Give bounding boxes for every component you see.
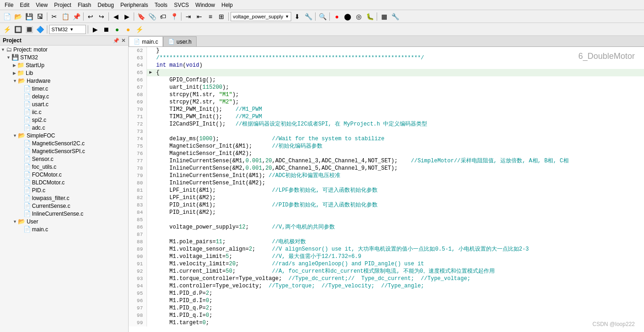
tree-spi2[interactable]: 📄 spi2.c [0, 116, 128, 124]
tree-bldcmotor[interactable]: 📄 BLDCMotor.c [0, 178, 128, 186]
bookmark3-btn[interactable]: 🏷 [158, 11, 168, 22]
sep4 [134, 12, 134, 21]
tree-hardware[interactable]: ▼ 📂 Hardware [0, 77, 128, 85]
expand-arrow-icon[interactable]: ▼ [13, 219, 17, 224]
open-btn[interactable]: 📂 [13, 11, 23, 22]
tree-inlinecurrentsense[interactable]: 📄 InlineCurrentSense.c [0, 210, 128, 218]
paste-btn[interactable]: 📌 [71, 11, 81, 22]
tree-delay[interactable]: 📄 delay.c [0, 92, 128, 100]
code-area: 📄 main.c 📄 user.h 6_DoubleMotor 62 } [129, 36, 644, 332]
save-all-btn[interactable]: 🖫 [35, 11, 45, 22]
menu-flash[interactable]: Flash [75, 1, 94, 9]
debug-step-btn[interactable]: ⚡ [2, 24, 12, 34]
menu-project[interactable]: Project [51, 1, 74, 9]
tree-focmotor[interactable]: 📄 FOCMotor.c [0, 171, 128, 178]
tree-foc-utils[interactable]: 📄 foc_utils.c [0, 163, 128, 171]
menu-svcs[interactable]: SVCS [171, 1, 192, 9]
tab-userh[interactable]: 📄 user.h [163, 36, 197, 46]
tree-main[interactable]: 📄 main.c [0, 225, 128, 233]
bookmark2-btn[interactable]: 📎 [147, 11, 157, 22]
menu-file[interactable]: File [2, 1, 16, 9]
menu-edit[interactable]: Edit [17, 1, 32, 9]
tree-sensor[interactable]: 📄 Sensor.c [0, 155, 128, 163]
menu-peripherals[interactable]: Peripherals [118, 1, 151, 9]
sidebar-pin-icon[interactable]: 📌 [113, 38, 119, 44]
break-btn[interactable]: ◎ [354, 11, 364, 22]
expand-arrow-icon[interactable]: ▶ [13, 71, 16, 75]
record-btn[interactable]: ● [332, 11, 342, 22]
chip-target-dropdown[interactable]: STM32 ▼ [49, 25, 86, 34]
debug2-btn[interactable]: 🐛 [365, 11, 375, 22]
tree-startup[interactable]: ▶ 📁 StartUp [0, 61, 128, 69]
orange-btn[interactable]: ● [123, 24, 133, 34]
menu-window[interactable]: Window [192, 1, 218, 9]
menu-view[interactable]: View [33, 1, 51, 9]
green-btn[interactable]: ● [112, 24, 122, 34]
bookmark4-btn[interactable]: 📍 [169, 11, 179, 22]
sidebar-close-icon[interactable]: ✕ [121, 38, 125, 44]
tree-lib[interactable]: ▶ 📁 Lib [0, 69, 128, 77]
view-btn[interactable]: ▦ [379, 11, 389, 22]
undo-btn[interactable]: ↩ [85, 11, 96, 22]
debug-step4-btn[interactable]: 🔷 [35, 24, 45, 34]
tree-currentsense[interactable]: 📄 CurrentSense.c [0, 202, 128, 210]
format-btn[interactable]: ⊞ [216, 11, 226, 22]
expand-arrow-icon[interactable]: ▶ [13, 63, 16, 68]
save-btn[interactable]: 💾 [24, 11, 34, 22]
download-btn[interactable]: ⬇ [292, 11, 302, 22]
tree-usart[interactable]: 📄 usart.c [0, 100, 128, 108]
code-editor[interactable]: 62 } 63 /*******************************… [129, 47, 644, 332]
tree-pid[interactable]: 📄 PID.c [0, 186, 128, 194]
stop-btn[interactable]: ⬤ [343, 11, 353, 22]
tree-project-root[interactable]: ▼ 🗂 Project: motor [0, 46, 128, 53]
search-btn[interactable]: 🔍 [317, 11, 328, 22]
tree-magI2C[interactable]: 📄 MagneticSensorI2C.c [0, 139, 128, 147]
tab-mainc[interactable]: 📄 main.c [129, 36, 163, 46]
debug-step2-btn[interactable]: 🔲 [13, 24, 23, 34]
code-line-70: 70 TIM2_PWM_Init(); //M1_PWM [129, 106, 644, 113]
code-line-69: 69 strcpy(M2.str, "M2"); [129, 98, 644, 106]
tree-user[interactable]: ▼ 📂 User [0, 218, 128, 225]
stop2-btn[interactable]: ⏹ [101, 24, 111, 34]
line-content-64: int main(void) [154, 62, 644, 69]
cut-btn[interactable]: ✂ [49, 11, 59, 22]
chip-btn[interactable]: 🔧 [303, 11, 313, 22]
tree-adc[interactable]: 📄 adc.c [0, 124, 128, 132]
debug-step3-btn[interactable]: 🔳 [24, 24, 34, 34]
user-label: User [27, 218, 38, 225]
outdent-btn[interactable]: ⇤ [194, 11, 204, 22]
tree-timer[interactable]: 📄 timer.c [0, 85, 128, 92]
bookmark-btn[interactable]: 🔖 [136, 11, 146, 22]
run-btn[interactable]: ▶ [90, 24, 100, 34]
folder-icon: 📂 [18, 132, 25, 139]
target-dropdown[interactable]: voltage_power_supply ▼ [231, 12, 291, 21]
line-num-92: 92 [129, 268, 147, 275]
tree-iic[interactable]: 📄 iic.c [0, 108, 128, 116]
menu-tools[interactable]: Tools [152, 1, 170, 9]
line-content-77: InlineCurrentSense(&M1,0.001,20,ADC_Chan… [154, 157, 644, 165]
more-btn[interactable]: 🔧 [390, 11, 400, 22]
new-file-btn[interactable]: 📄 [2, 11, 12, 22]
menu-help[interactable]: Help [219, 1, 236, 9]
tree-simplefoc[interactable]: ▼ 📂 SimpleFOC [0, 132, 128, 139]
tree-stm32[interactable]: ▼ 💾 STM32 [0, 53, 128, 61]
flash-btn[interactable]: ⚡ [134, 24, 144, 34]
nav-back-btn[interactable]: ◀ [111, 11, 121, 22]
tab-bar: 📄 main.c 📄 user.h [129, 36, 644, 47]
tree-magSPI[interactable]: 📄 MagneticSensorSPI.c [0, 147, 128, 155]
copy-btn[interactable]: 📋 [60, 11, 70, 22]
indent-btn[interactable]: ⇥ [183, 11, 193, 22]
expand-arrow-icon[interactable]: ▼ [6, 55, 11, 60]
line-content-94: M1.controller=Type_velocity; //Type_torq… [154, 282, 644, 290]
line-content-80: InlineCurrentSense_Init(&M2); [154, 179, 644, 187]
expand-arrow-icon[interactable]: ▼ [13, 79, 17, 83]
expand-arrow-icon[interactable]: ▼ [1, 47, 5, 52]
expand-arrow-icon[interactable]: ▼ [13, 133, 17, 138]
line-content-78: InlineCurrentSense(&M2,0.001,20,ADC_Chan… [154, 165, 644, 172]
align-btn[interactable]: ≡ [205, 11, 215, 22]
redo-btn[interactable]: ↪ [96, 11, 107, 22]
menu-debug[interactable]: Debug [95, 1, 117, 9]
tree-lpf[interactable]: 📄 lowpass_filter.c [0, 194, 128, 202]
code-line-72: 72 I2CandSPI_Init(); //根据编码器设定初始化I2C或者SP… [129, 120, 644, 128]
nav-fwd-btn[interactable]: ▶ [122, 11, 132, 22]
